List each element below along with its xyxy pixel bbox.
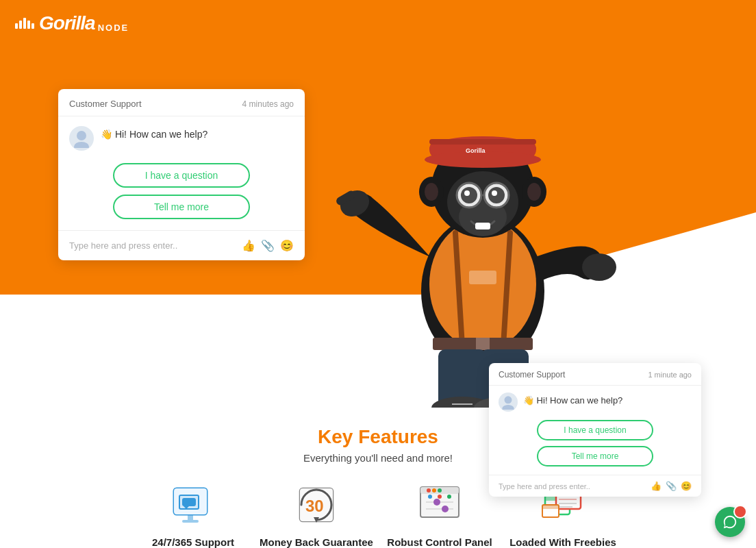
chat-input-row-top: Type here and press enter.. 👍 📎 😊: [58, 230, 305, 260]
svg-point-39: [502, 405, 514, 410]
svg-point-27: [582, 253, 616, 281]
logo: Gorilla NODE: [15, 12, 129, 34]
svg-point-58: [433, 499, 440, 506]
chat-header-bottom: Customer Support 1 minute ago: [489, 363, 701, 386]
svg-point-37: [74, 142, 89, 148]
svg-point-36: [77, 131, 86, 140]
logo-bar-2: [19, 21, 22, 29]
thumbs-up-icon[interactable]: 👍: [242, 239, 255, 252]
logo-bar-1: [15, 23, 18, 29]
chat-header-top: Customer Support 4 minutes ago: [58, 89, 305, 116]
emoji-icon[interactable]: 😊: [280, 239, 294, 252]
svg-point-22: [425, 183, 438, 201]
feature-money: 30 Money Back Guarantee: [255, 480, 378, 548]
feature-support: 24/7/365 Support: [131, 480, 255, 548]
logo-bar-5: [32, 23, 34, 29]
chat-btn-more-top[interactable]: Tell me more: [113, 195, 250, 219]
chat-notification-badge: 1: [736, 505, 747, 516]
emoji-icon-bottom[interactable]: 😊: [681, 481, 692, 491]
chat-btn-question-top[interactable]: I have a question: [113, 163, 250, 188]
chat-time-top: 4 minutes ago: [242, 99, 294, 109]
chat-input-placeholder-top[interactable]: Type here and press enter..: [69, 240, 235, 251]
chat-btn-more-bottom[interactable]: Tell me more: [537, 446, 653, 466]
chat-time-bottom: 1 minute ago: [648, 371, 692, 379]
chat-buttons-bottom: I have a question Tell me more: [489, 419, 701, 475]
feature-money-label: Money Back Guarantee: [260, 536, 373, 548]
logo-text-node: NODE: [98, 23, 129, 34]
svg-point-15: [464, 190, 470, 196]
svg-rect-6: [429, 139, 536, 145]
svg-point-55: [432, 488, 436, 493]
svg-point-14: [488, 187, 505, 203]
svg-rect-47: [182, 520, 199, 523]
chat-support-title-top: Customer Support: [69, 99, 142, 109]
attachment-icon-bottom[interactable]: 📎: [666, 481, 677, 491]
svg-point-60: [442, 506, 449, 512]
mascot-image: Gorilla: [329, 38, 637, 408]
chat-input-placeholder-bottom[interactable]: Type here and press enter..: [499, 482, 644, 490]
logo-text-gorilla: Gorilla: [39, 12, 95, 34]
svg-rect-20: [475, 223, 490, 229]
chat-message-text-bottom: 👋 Hi! How can we help?: [523, 393, 622, 406]
svg-point-61: [428, 495, 432, 499]
svg-point-54: [427, 488, 431, 493]
money-icon: 30: [292, 480, 341, 530]
chat-message-text-top: 👋 Hi! How can we help?: [101, 126, 207, 140]
feature-panel: Robust Control Panel: [378, 480, 501, 548]
svg-rect-46: [188, 514, 193, 520]
svg-rect-44: [182, 498, 196, 506]
svg-text:30: 30: [305, 497, 324, 515]
svg-rect-2: [469, 271, 496, 284]
chat-widget-bottom: Customer Support 1 minute ago 👋 Hi! How …: [489, 363, 701, 497]
chat-support-title-bottom: Customer Support: [499, 370, 565, 379]
chat-btn-question-bottom[interactable]: I have a question: [537, 420, 653, 440]
support-icon: [168, 480, 218, 530]
svg-point-13: [461, 187, 477, 203]
chat-widget-top: Customer Support 4 minutes ago 👋 Hi! How…: [58, 89, 305, 260]
svg-point-38: [505, 396, 512, 403]
chat-message-row-bottom: 👋 Hi! How can we help?: [489, 386, 701, 419]
avatar-top: [69, 126, 94, 151]
chat-input-row-bottom: Type here and press enter.. 👍 📎 😊: [489, 475, 701, 497]
panel-icon: [415, 480, 464, 530]
chat-bubble-button[interactable]: 1: [715, 507, 745, 537]
svg-point-24: [527, 183, 541, 201]
svg-point-62: [438, 495, 442, 499]
logo-bar-3: [23, 18, 26, 29]
feature-freebies-label: Loaded With Freebies: [509, 536, 616, 548]
avatar-bottom: [499, 393, 518, 412]
attachment-icon[interactable]: 📎: [261, 239, 275, 252]
svg-rect-29: [476, 338, 490, 350]
thumbs-up-icon-bottom[interactable]: 👍: [651, 481, 662, 491]
feature-panel-label: Robust Control Panel: [387, 536, 492, 548]
chat-input-icons-top: 👍 📎 😊: [242, 239, 294, 252]
logo-bar-4: [27, 21, 30, 29]
svg-rect-72: [542, 505, 559, 509]
svg-point-16: [492, 190, 497, 196]
feature-support-label: 24/7/365 Support: [152, 536, 234, 548]
chat-buttons-top: I have a question Tell me more: [58, 160, 305, 230]
svg-text:Gorilla: Gorilla: [466, 147, 486, 154]
chat-input-icons-bottom: 👍 📎 😊: [651, 481, 692, 491]
svg-point-56: [438, 488, 442, 493]
svg-point-63: [447, 495, 451, 499]
chat-message-row-top: 👋 Hi! How can we help?: [58, 116, 305, 160]
